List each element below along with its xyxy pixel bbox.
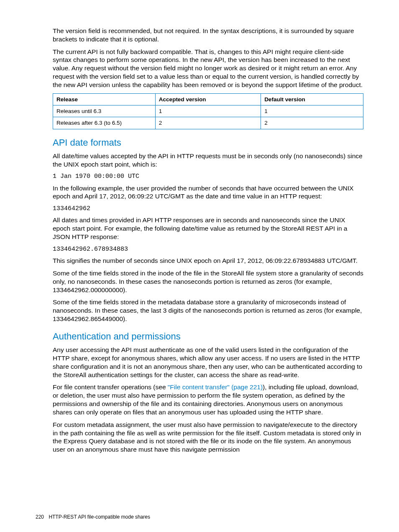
intro-paragraph-1: The version field is recommended, but no… [53,27,363,44]
text-before-link: For file content transfer operations (se… [53,383,168,391]
body-paragraph: All date/time values accepted by the API… [53,152,363,169]
body-paragraph: For custom metadata assignment, the user… [53,421,363,454]
col-accepted: Accepted version [155,93,261,105]
cell-release: Releases after 6.3 (to 6.5) [53,117,156,129]
heading-authentication: Authentication and permissions [53,331,363,342]
body-paragraph: This signifies the number of seconds sin… [53,257,363,265]
cell-default: 2 [261,117,363,129]
table-header-row: Release Accepted version Default version [53,93,363,105]
cell-release: Releases until 6.3 [53,105,156,117]
body-paragraph: In the following example, the user provi… [53,184,363,201]
table-row: Releases after 6.3 (to 6.5) 2 2 [53,117,363,129]
body-paragraph: Any user accessing the API must authenti… [53,346,363,379]
col-release: Release [53,93,156,105]
heading-api-date-formats: API date formats [53,137,363,149]
file-content-transfer-link[interactable]: "File content transfer" (page 221) [168,383,263,391]
code-epoch: 1 Jan 1970 00:00:00 UTC [53,172,363,180]
version-table: Release Accepted version Default version… [53,93,363,129]
body-paragraph: Some of the time fields stored in the in… [53,269,363,294]
col-default: Default version [261,93,363,105]
cell-accepted: 2 [155,117,261,129]
code-nanoseconds: 1334642962.678934883 [53,245,363,253]
cell-default: 1 [261,105,363,117]
intro-paragraph-2: The current API is not fully backward co… [53,48,363,89]
cell-accepted: 1 [155,105,261,117]
table-row: Releases until 6.3 1 1 [53,105,363,117]
code-seconds: 1334642962 [53,205,363,213]
body-paragraph: Some of the time fields stored in the me… [53,298,363,323]
body-paragraph-with-link: For file content transfer operations (se… [53,383,363,416]
body-paragraph: All dates and times provided in API HTTP… [53,216,363,241]
